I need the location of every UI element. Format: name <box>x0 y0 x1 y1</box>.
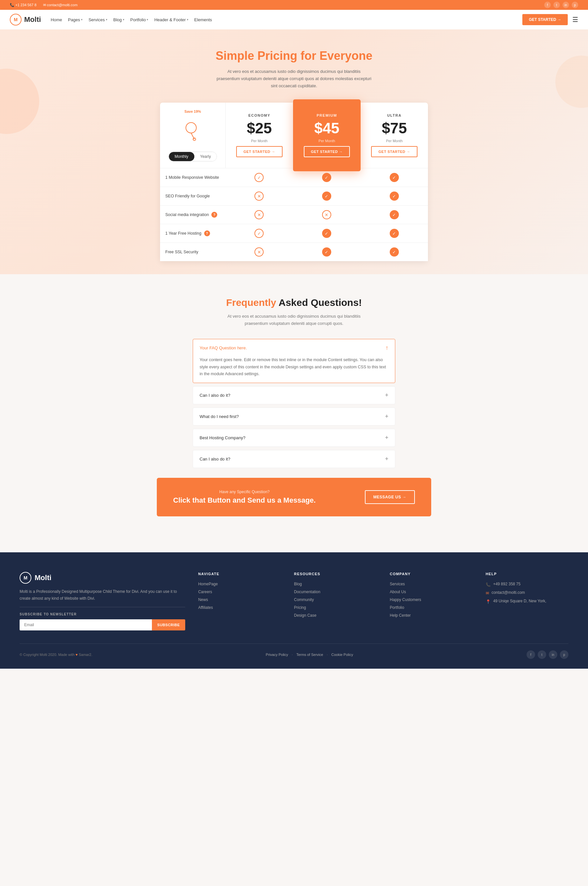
portfolio-arrow: ▾ <box>147 18 148 21</box>
check-filled-icon: ✓ <box>322 173 331 182</box>
economy-cta-button[interactable]: GET STARTED → <box>236 146 282 157</box>
footer-twitter-icon[interactable]: t <box>538 650 546 659</box>
footer-resources-col: RESOURCES Blog Documentation Community P… <box>294 572 376 631</box>
navbar: M Molti Home Pages ▾ Services ▾ Blog ▾ P… <box>0 10 588 29</box>
ultra-per: Per Month <box>386 139 403 143</box>
footer-instagram-icon[interactable]: in <box>549 650 557 659</box>
footer-facebook-icon[interactable]: f <box>526 650 535 659</box>
premium-cta-button[interactable]: GET STARTED → <box>304 146 350 157</box>
footer-link-documentation[interactable]: Documentation <box>294 590 376 594</box>
hero-subtitle: At vero eos et accusamus iusto odio dign… <box>216 68 372 90</box>
get-started-button[interactable]: GET STARTED → <box>522 14 568 25</box>
monthly-toggle[interactable]: Monthly <box>169 152 194 161</box>
faq-question-2[interactable]: Can I also do it? + <box>193 387 395 404</box>
footer-link-help-center[interactable]: Help Center <box>390 613 472 618</box>
phone-icon: 📞 <box>10 3 14 7</box>
privacy-policy-link[interactable]: Privacy Policy <box>266 653 288 656</box>
feature-row-5: Free SSL Security ✕ ✓ ✓ <box>160 242 428 261</box>
nav-elements[interactable]: Elements <box>194 17 212 22</box>
footer-pinterest-icon[interactable]: p <box>560 650 568 659</box>
instagram-icon[interactable]: in <box>562 2 569 8</box>
email-icon: ✉ <box>486 591 489 595</box>
facebook-icon[interactable]: f <box>544 2 551 8</box>
hamburger-icon[interactable]: ☰ <box>572 16 578 24</box>
faq-item-2: Can I also do it? + <box>193 386 395 404</box>
yearly-toggle[interactable]: Yearly <box>194 152 217 161</box>
footer-link-careers[interactable]: Careers <box>198 590 281 594</box>
cookie-policy-link[interactable]: Cookie Policy <box>331 653 353 656</box>
blob-right <box>555 56 588 108</box>
footer-link-news[interactable]: News <box>198 598 281 602</box>
info-icon[interactable]: ? <box>212 212 217 218</box>
blob-left <box>0 69 39 134</box>
faq-question-5[interactable]: Can I also do it? + <box>193 451 395 468</box>
hf-arrow: ▾ <box>187 18 189 21</box>
terms-link[interactable]: Terms of Service <box>296 653 323 656</box>
footer-logo[interactable]: M Molti <box>20 572 185 584</box>
footer-link-about[interactable]: About Us <box>390 590 472 594</box>
footer-email: ✉ contact@molti.com <box>486 590 568 595</box>
newsletter-form: SUBSCRIBE <box>20 619 185 631</box>
faq-item-1: Your FAQ Question here. ↑ Your content g… <box>193 339 395 383</box>
feature-row-4: 1 Year Free Hosting ? ✓ ✓ ✓ <box>160 224 428 242</box>
hero-section: Simple Pricing for Everyone At vero eos … <box>0 29 588 274</box>
feature-ultra-2: ✓ <box>360 187 428 205</box>
faq-question-3[interactable]: What do I need first? + <box>193 408 395 425</box>
footer-resources-title: RESOURCES <box>294 572 376 576</box>
footer-bottom-links: Privacy Policy · Terms of Service · Cook… <box>263 653 356 656</box>
footer-link-pricing[interactable]: Pricing <box>294 605 376 610</box>
faq-question-1[interactable]: Your FAQ Question here. ↑ <box>193 339 395 357</box>
faq-expand-icon: + <box>385 434 388 441</box>
cta-small-text: Have any Specific Question? <box>173 490 315 494</box>
nav-pages[interactable]: Pages ▾ <box>68 17 82 22</box>
save-badge: Save 19% <box>184 110 201 113</box>
pricing-wrapper: Save 19% Monthly Yearly ECONOMY $25 P <box>160 103 428 261</box>
footer-bottom: © Copyright Molti 2020. Made with ♥ Sama… <box>20 644 568 659</box>
faq-item-4: Best Hosting Company? + <box>193 429 395 447</box>
navbar-right: GET STARTED → ☰ <box>522 14 578 25</box>
nav-header-footer[interactable]: Header & Footer ▾ <box>154 17 188 22</box>
footer-phone: 📞 +49 892 358 75 <box>486 582 568 587</box>
navbar-left: M Molti Home Pages ▾ Services ▾ Blog ▾ P… <box>10 14 212 26</box>
newsletter-subscribe-button[interactable]: SUBSCRIBE <box>152 619 185 631</box>
footer-link-homepage[interactable]: HomePage <box>198 582 281 586</box>
faq-subtitle: At vero eos et accusamus iusto odio dign… <box>216 313 372 327</box>
footer-link-happy-customers[interactable]: Happy Customers <box>390 598 472 602</box>
check-filled-icon: ✓ <box>390 173 399 182</box>
ultra-name: ULTRA <box>387 113 402 117</box>
nav-home[interactable]: Home <box>51 17 62 22</box>
topbar-email: ✉ contact@molti.com <box>43 3 78 7</box>
footer-link-affiliates[interactable]: Affiliates <box>198 605 281 610</box>
services-arrow: ▾ <box>106 18 108 21</box>
footer-link-portfolio[interactable]: Portfolio <box>390 605 472 610</box>
check-filled-icon: ✓ <box>322 229 331 238</box>
check-filled-icon: ✓ <box>390 210 399 219</box>
footer-link-community[interactable]: Community <box>294 598 376 602</box>
faq-question-4[interactable]: Best Hosting Company? + <box>193 429 395 446</box>
logo[interactable]: M Molti <box>10 14 41 26</box>
pinterest-icon[interactable]: p <box>572 2 578 8</box>
feature-name-1: 1 Mobile Responsive Website <box>160 171 225 184</box>
faq-collapse-icon: ↑ <box>386 344 388 351</box>
check-filled-icon: ✓ <box>390 192 399 201</box>
footer-link-services[interactable]: Services <box>390 582 472 586</box>
billing-toggle[interactable]: Monthly Yearly <box>168 152 217 161</box>
footer-link-design-case[interactable]: Design Case <box>294 613 376 618</box>
feature-premium-2: ✓ <box>293 187 361 205</box>
feature-premium-5: ✓ <box>293 243 361 261</box>
check-filled-icon: ✓ <box>390 229 399 238</box>
footer-link-blog[interactable]: Blog <box>294 582 376 586</box>
logo-icon: M <box>10 14 21 26</box>
newsletter-email-input[interactable] <box>20 619 152 631</box>
nav-services[interactable]: Services ▾ <box>88 17 108 22</box>
footer-company-title: COMPANY <box>390 572 472 576</box>
nav-blog[interactable]: Blog ▾ <box>113 17 124 22</box>
ultra-cta-button[interactable]: GET STARTED → <box>371 146 417 157</box>
nav-portfolio[interactable]: Portfolio ▾ <box>130 17 148 22</box>
premium-price: $45 <box>314 120 339 136</box>
feature-row-3: Social media integration ? ✕ ✕ ✓ <box>160 205 428 224</box>
info-icon[interactable]: ? <box>204 230 210 236</box>
twitter-icon[interactable]: t <box>554 2 560 8</box>
feature-ultra-3: ✓ <box>360 206 428 224</box>
message-us-button[interactable]: MESSAGE US → <box>365 490 415 504</box>
